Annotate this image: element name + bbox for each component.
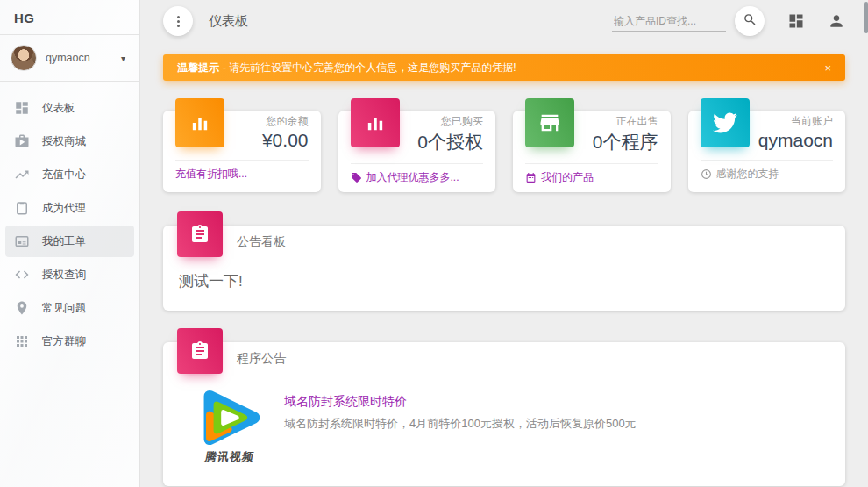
- kebab-menu-icon: [177, 16, 180, 27]
- user-menu[interactable]: qymaocn ▾: [0, 35, 139, 81]
- tag-icon: [351, 172, 362, 183]
- stat-footer-link[interactable]: 加入代理优惠多多...: [338, 164, 496, 192]
- scrollbar-thumb[interactable]: [864, 2, 868, 33]
- stat-label: 正在出售: [574, 114, 658, 129]
- sidebar-item-faq[interactable]: 常见问题: [5, 292, 134, 324]
- stat-footer-label: 加入代理优惠多多...: [366, 170, 459, 185]
- sidebar-item-label: 常见问题: [42, 301, 86, 316]
- announcement-link[interactable]: 域名防封系统限时特价: [284, 394, 407, 410]
- sidebar-item-shop[interactable]: 授权商城: [5, 125, 134, 157]
- dashboard-icon: [14, 100, 30, 116]
- sidebar-menu: 仪表板 授权商城 充值中心 成为代理 我的工单: [0, 82, 139, 368]
- sidebar-item-label: 充值中心: [42, 168, 86, 183]
- stats-row: 您的余额 ¥0.00 充值有折扣哦... 您已购买 0个授权: [163, 111, 845, 192]
- stat-value: 0个授权: [400, 130, 484, 154]
- tencent-video-logo: 腾讯视频: [186, 386, 274, 465]
- stat-label: 您已购买: [400, 114, 484, 129]
- bar-chart-icon: [351, 98, 400, 147]
- shop-icon: [14, 133, 30, 149]
- page-title: 仪表板: [209, 13, 248, 30]
- sidebar-item-tickets[interactable]: 我的工单: [5, 226, 134, 257]
- alert-message: - 请先前往设置中心完善您的个人信息，这是您购买产品的凭据!: [223, 61, 516, 75]
- stat-footer-link[interactable]: 我们的产品: [513, 164, 671, 192]
- person-icon[interactable]: [828, 12, 845, 30]
- sidebar-item-label: 成为代理: [42, 201, 86, 216]
- alert-title: 温馨提示: [177, 61, 219, 75]
- sidebar-item-group-chat[interactable]: 官方群聊: [5, 326, 134, 357]
- tencent-video-caption: 腾讯视频: [184, 449, 274, 465]
- trending-up-icon: [14, 167, 30, 183]
- announcement-board-card: 公告看板 测试一下!: [163, 226, 845, 311]
- main-area: 仪表板 温馨提示 - 请先前往设置中心完善您的个人信息，这是您购买产品的凭据! …: [140, 0, 868, 487]
- twitter-icon: [701, 98, 750, 147]
- announcement-description: 域名防封系统限时特价，4月前特价100元授权，活动后恢复原价500元: [284, 416, 637, 432]
- code-icon: [14, 267, 30, 283]
- sidebar-item-recharge[interactable]: 充值中心: [5, 159, 134, 190]
- sidebar-item-label: 仪表板: [42, 101, 75, 116]
- clock-icon: [701, 168, 712, 180]
- program-announcements-card: 程序公告 腾讯视频 域名防封系统限时特价 域名防封系统限时特价，4月前特价100…: [163, 342, 845, 486]
- sidebar-item-dashboard[interactable]: 仪表板: [5, 92, 134, 124]
- calendar-icon: [525, 172, 537, 183]
- stat-value: qymaocn: [750, 130, 834, 151]
- kebab-menu-button[interactable]: [163, 6, 193, 36]
- worklist-icon: [14, 233, 30, 249]
- topbar-actions: [612, 6, 845, 36]
- sidebar-item-auth-query[interactable]: 授权查询: [5, 259, 134, 290]
- scrollbar-track[interactable]: [864, 0, 868, 487]
- clipboard-icon: [14, 200, 30, 216]
- board-content: 测试一下!: [163, 257, 845, 311]
- panel-title: 公告看板: [237, 233, 286, 250]
- topbar: 仪表板: [140, 0, 868, 42]
- stat-value: 0个程序: [574, 130, 658, 154]
- sidebar: HG qymaocn ▾ 仪表板 授权商城 充值中心: [0, 0, 140, 487]
- clipboard-icon: [177, 328, 223, 374]
- stat-card-selling: 正在出售 0个程序 我们的产品: [513, 111, 671, 192]
- stat-label: 您的余额: [224, 114, 309, 129]
- sidebar-item-label: 授权商城: [42, 134, 86, 149]
- close-icon[interactable]: ×: [824, 61, 831, 75]
- stat-card-balance: 您的余额 ¥0.00 充值有折扣哦...: [163, 111, 321, 192]
- stat-footer-note: 感谢您的支持: [688, 161, 846, 189]
- map-pin-icon: [14, 300, 30, 316]
- apps-grid-icon[interactable]: [787, 12, 805, 30]
- sidebar-item-agent[interactable]: 成为代理: [5, 192, 134, 224]
- sidebar-item-label: 官方群聊: [42, 334, 86, 349]
- stat-card-account: 当前账户 qymaocn 感谢您的支持: [688, 111, 846, 192]
- search-button[interactable]: [735, 6, 765, 36]
- search-icon: [743, 12, 758, 30]
- panel-title: 程序公告: [237, 349, 286, 367]
- store-icon: [525, 98, 574, 147]
- chevron-down-icon: ▾: [121, 54, 129, 63]
- avatar: [11, 45, 37, 71]
- sidebar-item-label: 我的工单: [42, 234, 86, 249]
- stat-footer-label: 我们的产品: [541, 170, 594, 185]
- content: 温馨提示 - 请先前往设置中心完善您的个人信息，这是您购买产品的凭据! × 您的…: [140, 54, 868, 487]
- bar-chart-icon: [175, 98, 224, 147]
- program-item: 腾讯视频 域名防封系统限时特价 域名防封系统限时特价，4月前特价100元授权，活…: [163, 374, 845, 486]
- user-name: qymaocn: [46, 52, 121, 64]
- clipboard-icon: [177, 211, 223, 257]
- stat-label: 当前账户: [750, 114, 834, 129]
- brand-logo: HG: [0, 0, 139, 34]
- stat-value: ¥0.00: [224, 130, 309, 151]
- stat-footer-label: 充值有折扣哦...: [175, 167, 247, 182]
- stat-footer-label: 感谢您的支持: [716, 167, 779, 182]
- stat-card-purchased: 您已购买 0个授权 加入代理优惠多多...: [338, 111, 496, 192]
- alert-banner: 温馨提示 - 请先前往设置中心完善您的个人信息，这是您购买产品的凭据! ×: [163, 54, 845, 81]
- apps-grid-icon: [14, 333, 30, 349]
- sidebar-item-label: 授权查询: [42, 268, 86, 283]
- stat-footer-link[interactable]: 充值有折扣哦...: [163, 161, 321, 189]
- search-input[interactable]: [612, 11, 726, 32]
